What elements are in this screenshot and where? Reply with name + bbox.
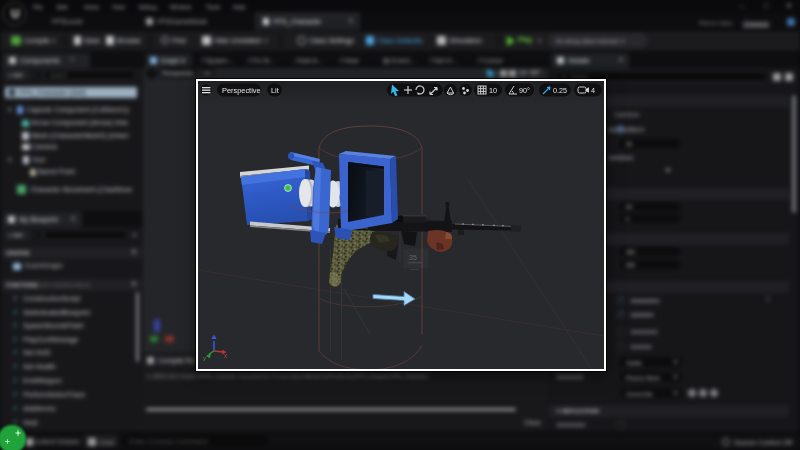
svg-text:Lit: Lit: [271, 86, 279, 95]
svg-text:35: 35: [409, 254, 417, 261]
svg-text:y: y: [203, 355, 206, 361]
svg-text:10: 10: [489, 86, 497, 95]
svg-text:4: 4: [591, 86, 595, 95]
svg-text:Perspective: Perspective: [222, 86, 261, 95]
svg-text:90°: 90°: [519, 86, 530, 95]
svg-text:0.25: 0.25: [553, 86, 567, 95]
